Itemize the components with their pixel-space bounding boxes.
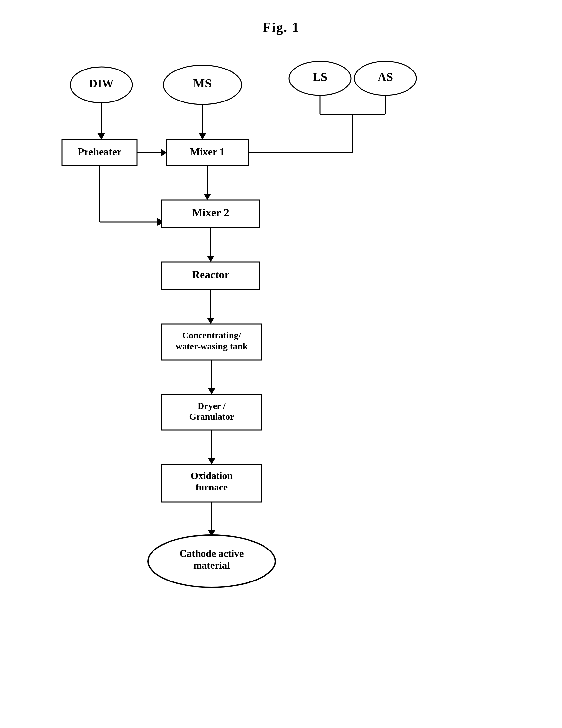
- arrow-conc-dryer: [208, 388, 215, 394]
- arrow-reactor-conc: [207, 318, 214, 324]
- arrow-ms-mixer1: [198, 133, 206, 140]
- arrow-diw-preheater: [97, 133, 105, 140]
- cathode-label1: Cathode active: [179, 548, 243, 559]
- diagram-container: Fig. 1 DIW MS LS AS Preheater: [0, 0, 562, 728]
- preheater-label: Preheater: [78, 146, 121, 158]
- arrow-preheater-mixer1: [161, 149, 166, 157]
- reactor-label: Reactor: [192, 269, 229, 281]
- oxidation-label2: furnace: [195, 482, 227, 492]
- arrow-dryer-oxidation: [208, 458, 215, 464]
- concentrating-label1: Concentrating/: [182, 330, 242, 340]
- arrow-mixer1-mixer2: [203, 194, 211, 200]
- mixer1-label: Mixer 1: [190, 146, 225, 158]
- as-label: AS: [378, 70, 393, 84]
- oxidation-label1: Oxidation: [191, 470, 233, 481]
- diw-label: DIW: [89, 77, 114, 90]
- dryer-label1: Dryer /: [197, 401, 226, 411]
- flow-diagram-svg: DIW MS LS AS Preheater Mixer 1: [0, 13, 562, 718]
- dryer-label2: Granulator: [189, 411, 234, 422]
- ls-label: LS: [313, 70, 327, 84]
- ms-label: MS: [193, 76, 212, 90]
- arrow-mixer2-reactor: [207, 256, 214, 262]
- mixer2-label: Mixer 2: [192, 207, 229, 219]
- concentrating-label2: water-wasing tank: [176, 341, 248, 351]
- cathode-label2: material: [193, 560, 230, 571]
